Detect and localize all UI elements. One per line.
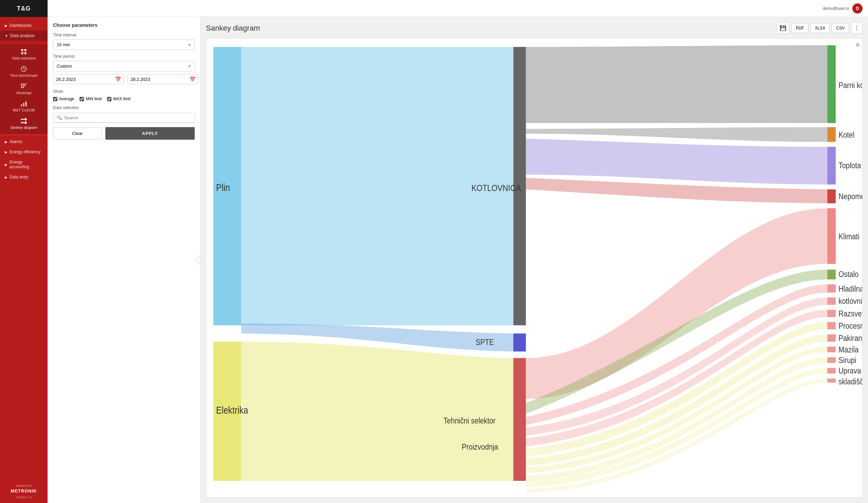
apply-button[interactable]: APPLY <box>105 127 195 140</box>
node-skladisce <box>827 379 836 383</box>
node-spte <box>513 333 526 351</box>
search-input[interactable] <box>64 115 191 120</box>
node-uprava <box>827 368 836 373</box>
svg-rect-15 <box>23 87 24 88</box>
user-avatar[interactable]: D <box>852 3 862 13</box>
svg-rect-7 <box>21 84 22 85</box>
powered-by-label: powered by <box>4 484 43 487</box>
time-period-select-wrapper: Custom Today Yesterday Last 7 days Last … <box>53 61 195 71</box>
label-sirupi: Sirupi <box>838 356 856 365</box>
save-button[interactable]: 💾 <box>777 22 789 34</box>
heatmap-icon <box>20 83 27 90</box>
node-procesni <box>827 322 836 329</box>
clear-button[interactable]: Clear <box>53 127 102 140</box>
heatmap-label: Heatmap <box>16 91 32 95</box>
node-ostalo <box>827 269 836 279</box>
chart-actions: 💾 PDF XLSX CSV ⋮ <box>777 22 862 34</box>
sidebar-item-data-overview[interactable]: Data overview <box>0 45 48 63</box>
min-limit-checkbox-item[interactable]: MIN limit <box>80 96 102 101</box>
show-label: Show <box>53 89 195 94</box>
label-klimati: Klimati <box>838 232 859 241</box>
search-box: 🔍 <box>53 113 195 123</box>
label-kotlovnica-mid: KOTLOVNICA <box>472 183 521 193</box>
arrow-icon: ▶ <box>5 24 8 28</box>
grid-icon <box>20 48 27 55</box>
average-checkbox[interactable] <box>53 97 58 101</box>
sidebar-item-sankey-diagram[interactable]: Sankey diagram <box>0 115 48 132</box>
sidebar-bottom: powered by METRONIK Version 1.3 <box>0 480 48 503</box>
sidebar-item-dashboards[interactable]: ▶ Dashboards <box>0 20 48 31</box>
chart-container: ≡ <box>206 38 862 497</box>
min-limit-label: MIN limit <box>86 96 102 101</box>
node-tehnicni-selektor <box>513 358 526 481</box>
panel-collapse-btn[interactable]: ‹ <box>196 256 200 264</box>
label-razsvetljava: Razsvetljava <box>838 309 862 318</box>
sankey-label: Sankey diagram <box>10 125 38 130</box>
search-icon: 🔍 <box>57 115 62 120</box>
csv-button[interactable]: CSV <box>831 23 849 33</box>
xlsx-button[interactable]: XLSX <box>810 23 830 33</box>
chart-menu-icon[interactable]: ≡ <box>856 41 859 49</box>
label-nepomejeno: Nepomejeno <box>838 192 862 201</box>
topbar: demo@user.si D <box>48 0 868 17</box>
show-row: Average MIN limit MAX limit <box>53 96 195 101</box>
divider-1 <box>0 135 48 135</box>
max-limit-checkbox[interactable] <box>107 97 112 101</box>
panel-footer: Clear APPLY <box>48 123 200 144</box>
label-procesni: Procesni del. <box>838 321 862 330</box>
data-overview-label: Data overview <box>12 56 36 60</box>
label-mazila: Mazila <box>838 345 859 354</box>
svg-rect-14 <box>21 87 22 88</box>
calendar-to-icon[interactable]: 📅 <box>190 76 195 82</box>
pdf-button[interactable]: PDF <box>792 23 808 33</box>
sidebar-item-mt-cusum[interactable]: M&T CuSUM <box>0 97 48 115</box>
sidebar-item-energy-efficiency[interactable]: ▶ Energy efficiency <box>0 147 48 157</box>
logo: T&G <box>17 5 31 12</box>
dashboards-label: Dashboards <box>10 23 32 28</box>
svg-rect-9 <box>24 84 25 85</box>
sidebar-item-alarms[interactable]: ▶ Alarms <box>0 137 48 147</box>
svg-rect-18 <box>25 101 27 106</box>
node-nepomejeno <box>827 189 836 203</box>
sidebar-item-energy-accounting[interactable]: ▶ Energy accounting <box>0 157 48 172</box>
date-to-input[interactable] <box>131 77 188 82</box>
date-from-input[interactable] <box>56 77 113 82</box>
average-checkbox-item[interactable]: Average <box>53 96 74 101</box>
params-header: Choose parameters <box>53 22 195 28</box>
node-hladilna <box>827 285 836 292</box>
arrow-down-icon: ▼ <box>5 34 8 38</box>
calendar-from-icon[interactable]: 📅 <box>115 76 121 82</box>
svg-rect-2 <box>21 52 23 54</box>
left-panel: ‹ Choose parameters Time interval 15 min… <box>48 17 200 503</box>
chart-title: Sankey diagram <box>206 24 260 33</box>
sidebar-item-data-analysis[interactable]: ▼ Data analysis <box>0 31 48 41</box>
time-benchmark-label: Time benchmark <box>10 73 38 78</box>
svg-rect-13 <box>24 85 25 86</box>
min-limit-checkbox[interactable] <box>80 97 84 101</box>
flow-kotlovnica-parni <box>526 45 827 123</box>
content-area: ‹ Choose parameters Time interval 15 min… <box>48 17 868 503</box>
sankey-diagram-svg: Plin Elektrika KOTLOVNICA SPTE Tehnični … <box>206 39 862 497</box>
sidebar-item-data-entry[interactable]: ▶ Data entry <box>0 172 48 182</box>
node-pakiranje <box>827 335 836 342</box>
chart-area: Sankey diagram 💾 PDF XLSX CSV ⋮ ≡ <box>200 17 868 503</box>
svg-rect-3 <box>24 52 27 54</box>
time-period-select[interactable]: Custom Today Yesterday Last 7 days Last … <box>53 61 195 71</box>
svg-rect-12 <box>23 85 24 86</box>
node-parni-kotel <box>827 45 836 123</box>
time-interval-select[interactable]: 15 min 30 min 1 hour 1 day <box>53 39 195 50</box>
node-kotlovnica-small <box>827 297 836 305</box>
average-label: Average <box>59 96 74 101</box>
node-sirupi <box>827 357 836 363</box>
more-options-button[interactable]: ⋮ <box>851 22 862 34</box>
node-klimati <box>827 208 836 264</box>
svg-rect-17 <box>23 103 24 107</box>
user-email: demo@user.si <box>823 6 849 11</box>
sidebar-item-heatmap[interactable]: Heatmap <box>0 80 48 97</box>
sidebar-item-time-benchmark[interactable]: Time benchmark <box>0 63 48 80</box>
chart-bar-icon <box>20 100 27 107</box>
svg-rect-10 <box>26 84 27 85</box>
max-limit-checkbox-item[interactable]: MAX limit <box>107 96 131 101</box>
label-proizvodnja: Proizvodnja <box>462 442 498 452</box>
flow-elektrika-tehnicni <box>241 341 514 481</box>
